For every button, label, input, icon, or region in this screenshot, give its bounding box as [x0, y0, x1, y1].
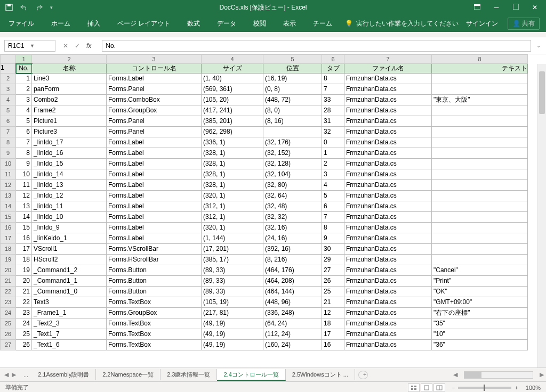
close-icon[interactable]: ✕ — [531, 4, 539, 11]
col-header[interactable]: 5 — [263, 54, 322, 64]
cell[interactable]: FrmzuhanData.cs — [344, 159, 432, 169]
cell[interactable]: 8 — [322, 74, 344, 84]
row-header[interactable]: 25 — [0, 318, 16, 329]
vertical-scrollbar[interactable] — [537, 64, 546, 368]
cell[interactable]: (112, 24) — [263, 329, 322, 340]
cell[interactable]: (464, 176) — [263, 265, 322, 276]
cell[interactable]: FrmzuhanData.cs — [344, 116, 432, 127]
cell[interactable] — [432, 105, 528, 116]
cell[interactable]: (105, 19) — [202, 297, 263, 308]
cell[interactable]: 27 — [322, 265, 344, 276]
cell[interactable]: (24, 16) — [263, 233, 322, 244]
cell[interactable]: (448, 96) — [263, 297, 322, 308]
cell[interactable] — [432, 84, 528, 95]
cell[interactable]: 3 — [16, 95, 32, 105]
header-cell[interactable]: コントロール名 — [107, 64, 202, 74]
cell[interactable]: Forms.Panel — [107, 116, 202, 127]
col-header[interactable]: 1 — [16, 54, 32, 64]
cell[interactable]: (336, 1) — [202, 137, 263, 148]
cell[interactable]: (336, 248) — [263, 308, 322, 318]
cell[interactable]: _linIdo_11 — [32, 201, 107, 212]
view-pagebreak-icon[interactable] — [433, 383, 445, 392]
tab-view[interactable]: 表示 — [275, 15, 304, 32]
header-cell[interactable]: No. — [16, 64, 32, 74]
cell[interactable]: 2 — [16, 84, 32, 95]
cell[interactable]: _linIdo_12 — [32, 191, 107, 201]
header-cell[interactable]: タブ — [322, 64, 344, 74]
cell[interactable]: FrmzuhanData.cs — [344, 212, 432, 223]
cell[interactable]: (16, 19) — [263, 74, 322, 84]
cell[interactable]: FrmzuhanData.cs — [344, 318, 432, 329]
cell[interactable]: 5 — [16, 116, 32, 127]
cell[interactable]: "GMT+09:00" — [432, 297, 528, 308]
cell[interactable]: 6 — [16, 127, 32, 137]
cell[interactable]: Forms.Label — [107, 148, 202, 159]
undo-icon[interactable] — [20, 4, 28, 11]
cell[interactable]: (569, 361) — [202, 84, 263, 95]
col-header[interactable]: 3 — [107, 54, 202, 64]
cell[interactable]: (320, 1) — [202, 223, 263, 233]
cell[interactable]: _linIdo_10 — [32, 212, 107, 223]
cell[interactable]: (32, 80) — [263, 180, 322, 191]
add-sheet-icon[interactable]: + — [358, 371, 368, 379]
cell[interactable]: 21 — [16, 287, 32, 297]
cell[interactable]: (89, 33) — [202, 265, 263, 276]
cell[interactable]: "Print" — [432, 276, 528, 287]
cell[interactable]: Forms.Button — [107, 276, 202, 287]
cell[interactable]: (89, 33) — [202, 276, 263, 287]
cell[interactable]: (64, 24) — [263, 318, 322, 329]
cell[interactable]: FrmzuhanData.cs — [344, 223, 432, 233]
cell[interactable]: (8, 0) — [263, 105, 322, 116]
row-header[interactable]: 12 — [0, 180, 16, 191]
cell[interactable]: Text3 — [32, 297, 107, 308]
cell[interactable]: 2 — [322, 159, 344, 169]
cancel-formula-icon[interactable]: ✕ — [63, 42, 68, 50]
cell[interactable]: Forms.Label — [107, 180, 202, 191]
cell[interactable]: FrmzuhanData.cs — [344, 191, 432, 201]
cell[interactable]: FrmzuhanData.cs — [344, 95, 432, 105]
cell[interactable]: (32, 104) — [263, 169, 322, 180]
cell[interactable]: 3 — [322, 169, 344, 180]
cell[interactable]: (1, 40) — [202, 74, 263, 84]
row-header[interactable]: 24 — [0, 308, 16, 318]
view-pagelayout-icon[interactable] — [421, 383, 432, 392]
sheet-tab[interactable]: 2.4コントロール一覧 — [217, 369, 285, 381]
name-box[interactable]: R1C1 ▼ — [4, 40, 55, 52]
cell[interactable]: Forms.HScrollBar — [107, 255, 202, 265]
cell[interactable]: FrmzuhanData.cs — [344, 329, 432, 340]
tab-review[interactable]: 校閲 — [245, 15, 275, 32]
cell[interactable]: (32, 16) — [263, 223, 322, 233]
row-header[interactable]: 20 — [0, 265, 16, 276]
cell[interactable]: 12 — [322, 308, 344, 318]
cell[interactable]: (0, 8) — [263, 84, 322, 95]
cell[interactable]: Line3 — [32, 74, 107, 84]
col-header[interactable]: 8 — [432, 54, 528, 64]
minimize-icon[interactable]: ─ — [493, 4, 500, 11]
cell[interactable]: FrmzuhanData.cs — [344, 233, 432, 244]
cell[interactable]: 7 — [322, 84, 344, 95]
header-cell[interactable]: サイズ — [202, 64, 263, 74]
cell[interactable]: _Command1_0 — [32, 287, 107, 297]
zoom-in-icon[interactable]: + — [515, 385, 518, 391]
cell[interactable]: 9 — [322, 233, 344, 244]
cell[interactable]: (49, 19) — [202, 340, 263, 350]
cell[interactable]: FrmzuhanData.cs — [344, 287, 432, 297]
cell[interactable]: Forms.TextBox — [107, 329, 202, 340]
cell[interactable]: FrmzuhanData.cs — [344, 84, 432, 95]
row-header[interactable]: 19 — [0, 255, 16, 265]
cell[interactable]: 1 — [16, 74, 32, 84]
cell[interactable]: 5 — [322, 191, 344, 201]
row-header[interactable]: 5 — [0, 105, 16, 116]
cell[interactable]: 16 — [16, 233, 32, 244]
cell[interactable]: (160, 24) — [263, 340, 322, 350]
cell[interactable]: Forms.Panel — [107, 84, 202, 95]
cell[interactable]: 17 — [322, 329, 344, 340]
cell[interactable]: FrmzuhanData.cs — [344, 308, 432, 318]
sheet-nav-next-icon[interactable]: ▶ — [12, 371, 16, 378]
cell[interactable]: "OK" — [432, 287, 528, 297]
fx-icon[interactable]: fx — [86, 42, 94, 50]
cell[interactable]: panForm — [32, 84, 107, 95]
cell[interactable]: 15 — [16, 223, 32, 233]
cell[interactable]: _linIdo_14 — [32, 169, 107, 180]
cell[interactable]: (417, 241) — [202, 105, 263, 116]
